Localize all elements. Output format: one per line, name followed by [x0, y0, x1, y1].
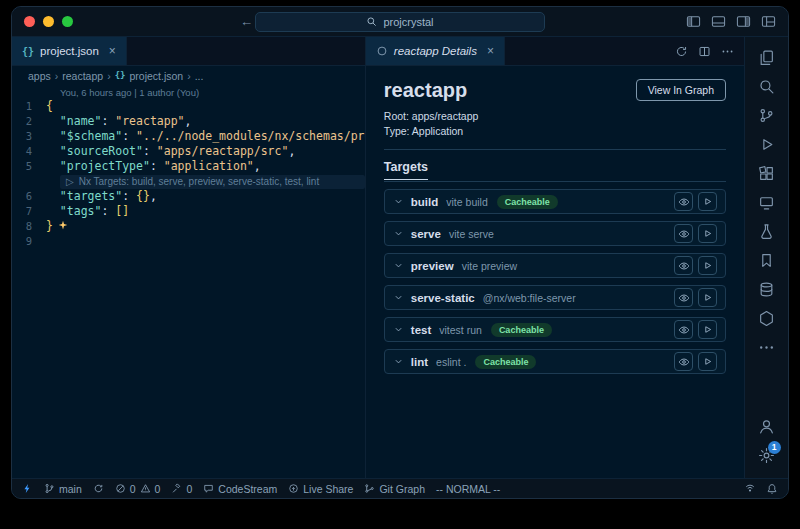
cacheable-badge: Cacheable [475, 355, 536, 369]
target-name: test [411, 324, 431, 336]
view-target-button[interactable] [674, 192, 693, 211]
code-line[interactable]: 5 "projectType": "application", [12, 159, 365, 174]
run-target-button[interactable] [698, 224, 717, 243]
toggle-sidebar-icon[interactable] [686, 14, 701, 29]
breadcrumb-item[interactable]: {}project.json [115, 70, 184, 82]
code-line[interactable]: 2 "name": "reactapp", [12, 114, 365, 129]
codelens-blame[interactable]: You, 6 hours ago | 1 author (You) [60, 86, 365, 99]
breadcrumb-item[interactable]: reactapp [62, 70, 103, 82]
branch-status[interactable]: main [44, 483, 82, 495]
target-row[interactable]: linteslint .Cacheable [384, 349, 726, 374]
view-target-button[interactable] [674, 256, 693, 275]
target-row[interactable]: servevite serve [384, 221, 726, 246]
vim-mode[interactable]: -- NORMAL -- [436, 483, 500, 495]
git-graph-status[interactable]: Git Graph [364, 483, 425, 495]
chevron-down-icon[interactable] [393, 356, 404, 367]
json-icon: {} [115, 70, 126, 82]
view-target-button[interactable] [674, 320, 693, 339]
codestream-status[interactable]: CodeStream [203, 483, 277, 495]
chevron-down-icon[interactable] [393, 196, 404, 207]
close-tab-icon[interactable]: × [109, 44, 116, 58]
layout-controls [686, 14, 776, 29]
explorer-icon[interactable] [745, 43, 789, 72]
nx-targets-codelens[interactable]: ▷Nx Targets: build, serve, preview, serv… [60, 175, 365, 189]
source-control-icon[interactable] [745, 101, 789, 130]
sync-icon [93, 483, 104, 494]
back-button[interactable]: ← [240, 14, 253, 29]
testing-icon[interactable] [745, 217, 789, 246]
customize-layout-icon[interactable] [761, 14, 776, 29]
database-icon[interactable] [745, 275, 789, 304]
chevron-down-icon[interactable] [393, 292, 404, 303]
code-line[interactable]: 7 "tags": [] [12, 204, 365, 219]
code-line[interactable]: 8} [12, 219, 365, 234]
type-value: Application [412, 125, 463, 137]
tasks-status[interactable]: 0 [171, 483, 192, 495]
close-button[interactable] [24, 16, 35, 27]
code-line[interactable]: 3 "$schema": "../../node_modules/nx/sche… [12, 129, 365, 144]
code-line[interactable]: 1{ [12, 99, 365, 114]
bell-icon[interactable] [766, 483, 778, 495]
remote-icon[interactable] [745, 188, 789, 217]
line-number: 9 [12, 234, 46, 249]
live-share-icon [288, 483, 299, 494]
run-target-button[interactable] [698, 352, 717, 371]
command-center[interactable]: projcrystal [255, 12, 545, 32]
bookmarks-icon[interactable] [745, 246, 789, 275]
search-icon[interactable] [745, 72, 789, 101]
code-editor[interactable]: You, 6 hours ago | 1 author (You) 1{2 "n… [12, 86, 365, 478]
view-target-button[interactable] [674, 352, 693, 371]
run-target-button[interactable] [698, 192, 717, 211]
run-target-button[interactable] [698, 320, 717, 339]
view-in-graph-button[interactable]: View In Graph [636, 79, 726, 101]
minimize-button[interactable] [43, 16, 54, 27]
extensions-icon[interactable] [745, 159, 789, 188]
target-row[interactable]: serve-static@nx/web:file-server [384, 285, 726, 310]
target-row[interactable]: testvitest runCacheable [384, 317, 726, 342]
account-icon[interactable] [745, 412, 789, 441]
target-row[interactable]: buildvite buildCacheable [384, 189, 726, 214]
broadcast-icon[interactable] [744, 483, 756, 495]
problems-status[interactable]: 0 0 [115, 483, 161, 495]
sync-status[interactable] [93, 483, 104, 494]
live-share-status[interactable]: Live Share [288, 483, 353, 495]
tabbar-right: reactapp Details × [366, 37, 744, 66]
code-line[interactable]: 9 [12, 234, 365, 249]
activity-bar: 1 [744, 37, 788, 478]
chevron-down-icon[interactable] [393, 324, 404, 335]
more-icon[interactable] [745, 333, 789, 362]
toggle-panel-icon[interactable] [711, 14, 726, 29]
run-target-button[interactable] [698, 288, 717, 307]
breadcrumb-item[interactable]: ... [195, 70, 204, 82]
split-editor-icon[interactable] [698, 45, 711, 58]
target-row[interactable]: previewvite preview [384, 253, 726, 278]
code-line[interactable]: 4 "sourceRoot": "apps/reactapp/src", [12, 144, 365, 159]
refresh-icon[interactable] [675, 45, 688, 58]
window-controls [24, 16, 73, 27]
cacheable-badge: Cacheable [497, 195, 558, 209]
project-title: reactapp [384, 79, 467, 102]
chevron-down-icon[interactable] [393, 260, 404, 271]
nx-console-icon[interactable] [745, 304, 789, 333]
run-debug-icon[interactable] [745, 130, 789, 159]
remote-indicator[interactable] [22, 483, 33, 494]
breadcrumb-item[interactable]: apps [28, 70, 51, 82]
remote-bolt-icon [22, 483, 33, 494]
toggle-secondary-sidebar-icon[interactable] [736, 14, 751, 29]
code-line[interactable]: 6 "targets": {}, [12, 189, 365, 204]
tab-reactapp-details[interactable]: reactapp Details × [366, 37, 505, 65]
root-value: apps/reactapp [412, 110, 479, 122]
settings-icon[interactable]: 1 [745, 441, 789, 470]
sparkle-icon[interactable] [58, 220, 68, 230]
nx-icon [376, 45, 388, 57]
tab-project-json[interactable]: {} project.json × [12, 37, 127, 65]
chevron-down-icon[interactable] [393, 228, 404, 239]
editor-group-right: reactapp Details × reactapp View In Grap… [365, 37, 744, 478]
view-target-button[interactable] [674, 288, 693, 307]
view-target-button[interactable] [674, 224, 693, 243]
run-target-button[interactable] [698, 256, 717, 275]
line-number: 2 [12, 114, 46, 129]
close-tab-icon[interactable]: × [487, 44, 494, 58]
zoom-button[interactable] [62, 16, 73, 27]
more-actions-icon[interactable] [721, 45, 734, 58]
